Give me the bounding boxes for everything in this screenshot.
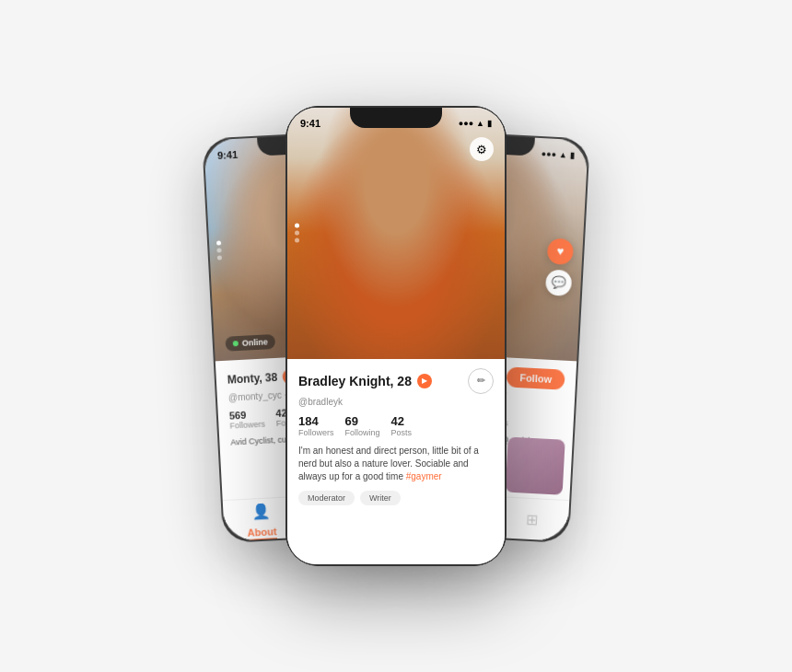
chat-fab-button[interactable]: 💬 xyxy=(545,269,572,295)
signal-icon-center: ●●● xyxy=(459,119,473,128)
profile-section-center: Bradley Knight, 28 ▶ ✏ @bradleyk 184 Fol… xyxy=(287,359,505,564)
time-left: 9:41 xyxy=(217,149,239,161)
name-row-center: Bradley Knight, 28 ▶ ✏ xyxy=(298,368,494,394)
online-text-left: Online xyxy=(242,337,269,347)
grid-img-bg-3 xyxy=(506,437,565,495)
scroll-dots-center xyxy=(295,224,299,243)
posts-num-center: 42 xyxy=(391,414,413,428)
wifi-icon-center: ▲ xyxy=(476,119,484,128)
followers-label-left: Followers xyxy=(229,419,265,430)
following-num-center: 69 xyxy=(345,414,380,428)
wifi-icon-right: ▲ xyxy=(559,150,567,159)
fab-container-right: ♥ 💬 xyxy=(545,238,574,295)
heart-fab-button[interactable]: ♥ xyxy=(547,238,574,264)
online-dot-left xyxy=(233,341,239,346)
scroll-dots-left xyxy=(216,240,222,260)
cdot-2 xyxy=(295,231,299,236)
nav-grid-right[interactable]: ⊞ xyxy=(518,505,545,532)
bio-center: I'm an honest and direct person, little … xyxy=(298,445,494,483)
edit-button[interactable]: ✏ xyxy=(468,368,494,394)
hashtag-center: #gaymer xyxy=(406,471,442,481)
battery-icon-center: ▮ xyxy=(487,119,492,128)
time-center: 9:41 xyxy=(300,118,320,129)
cdot-1 xyxy=(295,224,299,228)
followers-stat-left: 569 Followers xyxy=(229,408,266,430)
follow-button-right[interactable]: Follow xyxy=(507,366,565,389)
followers-label-center: Followers xyxy=(298,428,334,437)
stats-row-center: 184 Followers 69 Following 42 Posts xyxy=(298,414,494,437)
followers-num-center: 184 xyxy=(298,414,334,428)
user-name-left: Monty, 38 xyxy=(227,371,277,387)
posts-stat-center: 42 Posts xyxy=(391,414,413,437)
username-center: @bradleyk xyxy=(298,397,494,407)
following-label-center: Following xyxy=(345,428,380,437)
phone-center: 9:41 ●●● ▲ ▮ ⚙ Bradley Knight, 28 ▶ ✏ xyxy=(285,106,507,566)
status-icons-center: ●●● ▲ ▮ xyxy=(459,119,492,128)
cdot-3 xyxy=(295,238,299,243)
gear-button[interactable]: ⚙ xyxy=(470,137,494,161)
signal-icon-right: ●●● xyxy=(541,149,556,159)
arrow-center: ▶ xyxy=(417,374,432,388)
posts-label-center: Posts xyxy=(391,428,413,437)
tag-writer: Writer xyxy=(360,491,401,505)
user-name-center: Bradley Knight, 28 xyxy=(298,374,412,388)
dot-1 xyxy=(216,240,221,245)
tags-row-center: Moderator Writer xyxy=(298,491,494,505)
dot-3 xyxy=(217,255,222,260)
battery-icon-right: ▮ xyxy=(570,151,576,160)
nav-person-left[interactable]: 👤 xyxy=(248,497,274,524)
dot-2 xyxy=(216,248,221,252)
grid-item-3 xyxy=(506,437,565,495)
followers-stat-center: 184 Followers xyxy=(298,414,334,437)
tag-moderator: Moderator xyxy=(298,491,355,505)
notch-center xyxy=(350,108,442,128)
about-label-left: About xyxy=(247,526,277,541)
online-badge-left: Online xyxy=(225,334,275,352)
following-stat-center: 69 Following xyxy=(345,414,380,437)
status-icons-right: ●●● ▲ ▮ xyxy=(541,149,575,160)
